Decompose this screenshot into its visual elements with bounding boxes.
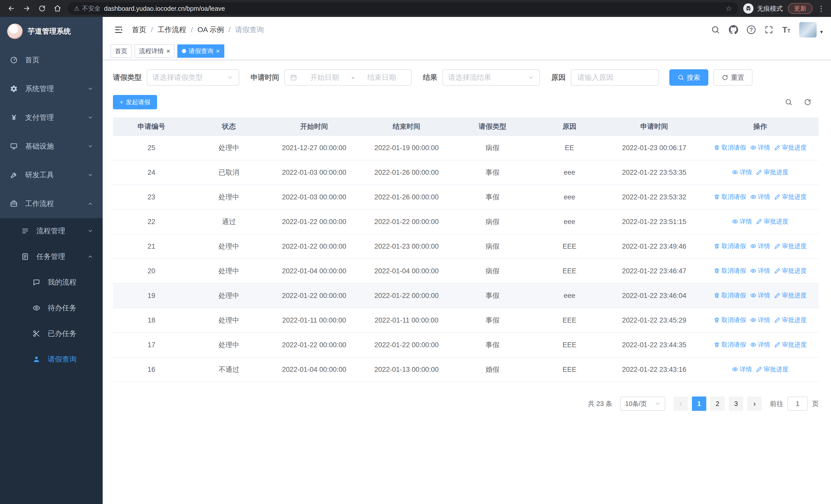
breadcrumb-item[interactable]: OA 示例 [198,25,224,35]
reload-icon[interactable] [37,5,47,12]
detail-action-link[interactable]: 详情 [750,144,770,152]
cancel-action-link[interactable]: 取消请假 [714,193,746,201]
help-icon[interactable]: ? [747,25,755,34]
search-button-label: 搜索 [687,73,700,82]
search-button[interactable]: 搜索 [669,69,708,86]
leave-type-placeholder: 请选择请假类型 [152,72,203,82]
progress-action-link[interactable]: 审批进度 [774,267,807,275]
browser-menu-icon[interactable]: ⋮ [818,4,825,13]
bookmark-star-icon[interactable]: ☆ [725,4,732,13]
payment-icon: ¥ [9,113,19,122]
detail-action-link[interactable]: 详情 [750,291,770,299]
prev-page-button[interactable]: ‹ [674,396,688,411]
detail-action-link[interactable]: 详情 [750,267,770,275]
sidebar-item-payment[interactable]: ¥支付管理 [0,103,103,132]
progress-action-link[interactable]: 审批进度 [756,365,789,374]
sidebar-item-process[interactable]: 流程管理 [0,218,103,244]
sidebar-item-chat[interactable]: 我的流程 [0,269,103,295]
edit-icon [756,218,762,225]
leave-type-select[interactable]: 请选择请假类型 [147,69,239,86]
eye-icon [750,243,756,249]
progress-action-link[interactable]: 审批进度 [756,168,789,176]
main-area: 首页/工作流程/OA 示例/请假查询 ? TT ▾ 首页流程详情×请假查询× 请… [103,17,831,504]
detail-action-link[interactable]: 详情 [732,168,752,176]
sidebar-item-eye[interactable]: 待办任务 [0,295,103,321]
page-button-3[interactable]: 3 [729,396,743,411]
progress-action-link[interactable]: 审批进度 [774,242,807,250]
user-avatar[interactable] [799,22,816,37]
cancel-action-link[interactable]: 取消请假 [714,291,746,299]
breadcrumb-item[interactable]: 工作流程 [157,25,186,35]
cancel-action-link[interactable]: 取消请假 [714,316,746,324]
result-select[interactable]: 请选择流结果 [442,69,540,86]
screen: ⚠ 不安全 dashboard.yudao.iocoder.cn/bpm/oa/… [0,0,831,504]
cell-applied: 2022-01-22 23:49:46 [607,234,701,259]
detail-action-link[interactable]: 详情 [750,340,770,349]
tab-item[interactable]: 流程详情× [135,45,175,58]
browser-home-icon[interactable] [52,5,63,12]
toggle-search-icon[interactable] [785,98,793,106]
cell-actions: 详情审批进度 [701,160,819,185]
tab-item[interactable]: 首页 [110,45,132,58]
cell-end: 2022-01-04 00:00:00 [360,259,453,283]
apply-time-range-picker[interactable]: 开始日期 - 结束日期 [284,69,412,86]
sidebar-item-dashboard[interactable]: 首页 [0,46,103,75]
cancel-action-link[interactable]: 取消请假 [714,267,746,275]
progress-action-link[interactable]: 审批进度 [756,217,789,226]
close-icon[interactable]: × [166,48,170,54]
detail-action-link[interactable]: 详情 [750,316,770,324]
page-button-2[interactable]: 2 [710,396,725,411]
cancel-action-link[interactable]: 取消请假 [714,242,746,250]
progress-action-link[interactable]: 审批进度 [774,144,807,152]
breadcrumb-item[interactable]: 首页 [132,25,146,35]
sidebar-item-task[interactable]: 任务管理 [0,244,103,269]
detail-action-link[interactable]: 详情 [750,193,770,201]
close-icon[interactable]: × [216,48,220,54]
page-button-1[interactable]: 1 [692,396,706,411]
action-label: 详情 [758,291,770,299]
create-leave-button[interactable]: + 发起请假 [113,95,157,109]
address-bar[interactable]: ⚠ 不安全 dashboard.yudao.iocoder.cn/bpm/oa/… [68,2,738,14]
cell-id: 23 [113,185,190,209]
sidebar-item-infrastructure[interactable]: 基础设施 [0,132,103,161]
sidebar-toggle-icon[interactable] [114,25,123,34]
cell-start: 2022-01-22 00:00:00 [268,234,360,259]
progress-action-link[interactable]: 审批进度 [774,340,807,349]
font-size-icon[interactable]: TT [782,25,791,35]
trash-icon [714,194,720,200]
forward-icon[interactable] [22,5,32,12]
detail-action-link[interactable]: 详情 [750,242,770,250]
cell-reason: EEE [532,234,607,259]
browser-update-button[interactable]: 更新 [788,3,812,14]
reason-input[interactable] [571,69,659,86]
breadcrumb-separator: / [151,26,153,34]
sidebar-item-workflow[interactable]: 工作流程 [0,189,103,218]
action-label: 详情 [758,242,770,250]
back-icon[interactable] [6,5,17,12]
detail-action-link[interactable]: 详情 [732,365,752,374]
search-icon[interactable] [711,25,720,34]
cancel-action-link[interactable]: 取消请假 [714,340,746,349]
refresh-table-icon[interactable] [804,98,811,106]
sidebar-item-devtools[interactable]: 研发工具 [0,161,103,189]
fullscreen-icon[interactable] [764,25,774,34]
github-icon[interactable] [729,25,738,34]
sidebar-item-done[interactable]: 已办任务 [0,321,103,347]
reset-button[interactable]: 重置 [713,69,752,86]
detail-action-link[interactable]: 详情 [732,217,752,226]
sidebar-item-label: 系统管理 [25,84,87,94]
action-label: 审批进度 [782,316,807,324]
cell-actions: 取消请假详情审批进度 [701,185,819,209]
progress-action-link[interactable]: 审批进度 [774,193,807,201]
goto-page-input[interactable] [787,396,808,411]
sidebar-item-user[interactable]: 请假查询 [0,347,103,372]
security-warning[interactable]: ⚠ 不安全 [74,4,101,12]
next-page-button[interactable]: › [747,396,762,411]
page-size-select[interactable]: 10条/页 [620,396,665,411]
tab-item[interactable]: 请假查询× [177,45,224,58]
progress-action-link[interactable]: 审批进度 [774,316,807,324]
progress-action-link[interactable]: 审批进度 [774,291,807,299]
sidebar-item-gear[interactable]: 系统管理 [0,75,103,103]
cancel-action-link[interactable]: 取消请假 [714,144,746,152]
app-logo[interactable]: 芋道管理系统 [0,17,103,46]
